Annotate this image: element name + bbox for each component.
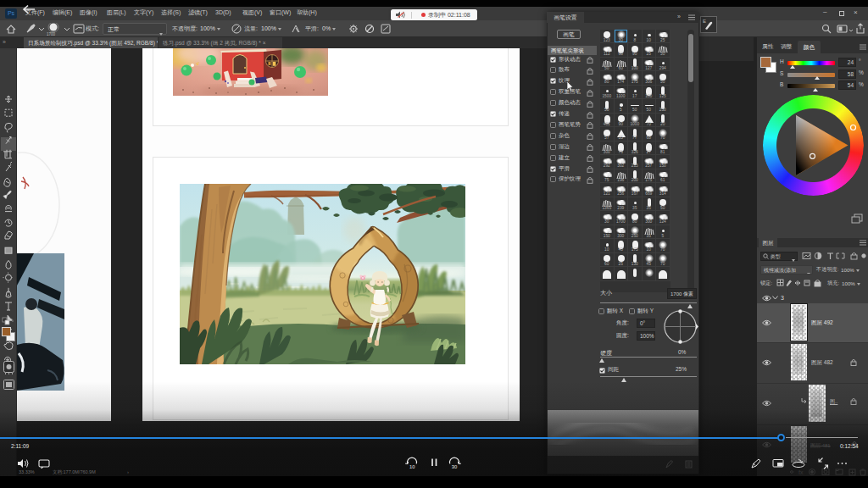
svg-text:E: E [703,19,706,24]
svg-text:10: 10 [409,464,415,469]
svg-text:1700: 1700 [47,32,56,36]
svg-text:30: 30 [452,464,457,469]
svg-text:fx: fx [798,469,804,475]
